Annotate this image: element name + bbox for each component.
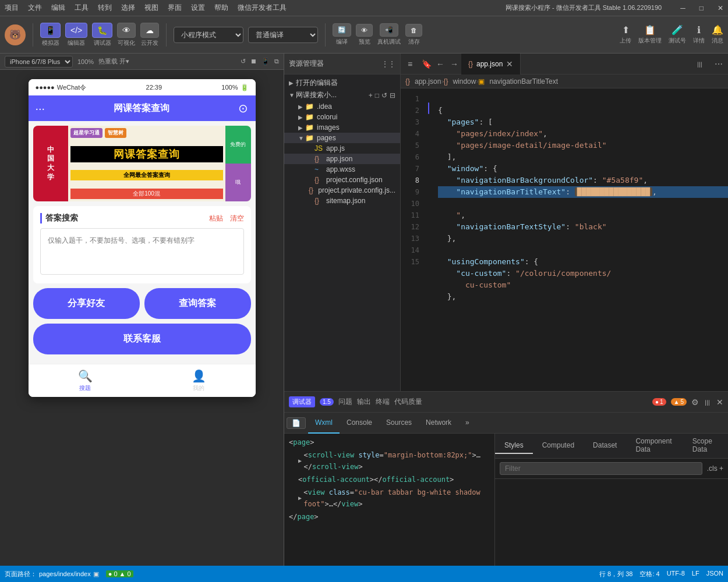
wxml-tab[interactable]: Wxml [308,413,340,434]
html-line-view[interactable]: ▶ <view class="cu-bar tabbar bg-white sh… [289,486,490,510]
message-icon: 🔔 [712,24,723,36]
menu-item-goto[interactable]: 转到 [98,3,112,13]
devtools-tab-codequality[interactable]: 代码质量 [394,397,422,407]
idea-folder[interactable]: ▶ 📁 .idea [284,101,400,112]
menu-item-help[interactable]: 帮助 [214,3,228,13]
cloud-btn[interactable]: ☁ [140,23,159,38]
paste-btn[interactable]: 粘贴 [209,214,223,223]
appjs-file[interactable]: JS app.js [284,143,400,154]
menu-item-tools[interactable]: 工具 [75,3,89,13]
dataset-tab[interactable]: Dataset [584,438,626,454]
more-tab-btn[interactable]: ⋯ [709,59,728,69]
nav-item-search[interactable]: 🔍 搜题 [29,369,142,392]
menu-item-file[interactable]: 文件 [28,3,42,13]
html-line-page[interactable]: <page> [289,436,490,449]
component-data-tab[interactable]: Component Data [626,434,683,458]
split-editor-btn[interactable]: ⫼ [691,59,709,69]
sitemap-file[interactable]: {} sitemap.json [284,196,400,206]
tab-more-btn[interactable]: ≡ [401,59,419,69]
phone-icon[interactable]: 📱 [261,58,270,65]
wxml-icon[interactable]: 📄 [288,418,304,428]
images-label: images [317,123,395,132]
copy-icon[interactable]: ⧉ [274,58,279,65]
colorui-folder[interactable]: ▶ 📁 colorui [284,112,400,122]
preview-btn[interactable]: 👁 [356,24,373,37]
project-section[interactable]: ▼ 网课搜索小... + □ ↺ ⊟ [284,89,400,101]
file-browser: 资源管理器 ⋮⋮ ▶ 打开的编辑器 ▼ 网课搜索小... [284,54,401,391]
right-panel: 资源管理器 ⋮⋮ ▶ 打开的编辑器 ▼ 网课搜索小... [284,54,728,566]
open-editors-section[interactable]: ▶ 打开的编辑器 [284,77,400,89]
sources-tab[interactable]: Sources [379,413,419,434]
visual-btn[interactable]: 👁 [117,23,136,38]
menu-item-settings[interactable]: 设置 [191,3,205,13]
sitemap-icon: {} [314,197,324,205]
devtools-split-icon[interactable]: ⫼ [704,398,712,407]
menu-item-ui[interactable]: 界面 [168,3,182,13]
devtools-settings-icon[interactable]: ⚙ [691,398,699,407]
tab-forward-btn[interactable]: → [447,59,461,69]
devtools-tab-terminal[interactable]: 终端 [376,397,390,407]
menu-item-view[interactable]: 视图 [144,3,158,13]
menu-item-wechat[interactable]: 微信开发者工具 [238,3,287,13]
html-line-scroll[interactable]: ▶ <scroll-view style="margin-bottom:82px… [289,449,490,473]
console-tab[interactable]: Console [340,413,379,434]
menu-item-edit[interactable]: 编辑 [51,3,65,13]
html-tag-scroll: <scroll-view style="margin-bottom:82px;"… [303,449,490,473]
new-file-btn[interactable]: + [369,91,373,100]
device-model-select[interactable]: iPhone 6/7/8 Plus [5,56,73,68]
styles-tab[interactable]: Styles [495,438,533,454]
editor-btn[interactable]: </> [65,23,87,38]
refresh-btn[interactable]: ↺ [381,91,387,100]
new-folder-btn[interactable]: □ [375,91,379,100]
html-line-official[interactable]: <official-account></official-account> [289,473,490,486]
project-config-file[interactable]: {} project.config.json [284,175,400,185]
appwxss-file[interactable]: ~ app.wxss [284,164,400,175]
devtools-tab-output[interactable]: 输出 [357,397,371,407]
code-area[interactable]: 1 2 3 4 5 6 7 8 9 10 11 12 13 14 [401,88,728,391]
debugger-btn[interactable]: 🐛 [92,23,112,38]
tab-close-btn[interactable]: ✕ [506,59,513,69]
app-json-tab[interactable]: {} app.json ✕ [461,54,521,74]
computed-tab[interactable]: Computed [533,438,584,454]
tab-bookmark-btn[interactable]: 🔖 [419,59,433,69]
nav-back-btn[interactable]: ··· [36,102,45,115]
clear-btn[interactable]: 清空 [230,214,244,223]
service-btn[interactable]: 联系客服 [33,324,251,354]
rotate-icon[interactable]: ↺ [241,58,246,65]
images-folder[interactable]: ▶ 📁 images [284,122,400,133]
code-content[interactable]: { "pages": [ "pages/index/index", "pages… [433,88,728,391]
real-machine-btn[interactable]: 📲 [380,23,398,37]
gutter [424,88,433,391]
compile-select[interactable]: 普通编译 [248,27,318,43]
cls-btn[interactable]: .cls + [707,464,723,473]
compile-btn[interactable]: 🔄 [333,23,351,37]
search-input[interactable] [40,228,244,275]
html-line-page-close[interactable]: </page> [289,510,490,523]
hotreload-toggle[interactable]: 热重载 开▾ [98,57,129,66]
maximize-btn[interactable]: □ [699,4,704,12]
scope-data-tab[interactable]: Scope Data [683,434,728,458]
minimize-btn[interactable]: ─ [680,4,685,12]
nav-item-profile[interactable]: 👤 我的 [142,369,256,392]
share-btn[interactable]: 分享好友 [33,288,140,319]
menu-item-select[interactable]: 选择 [121,3,135,13]
tab-back-btn[interactable]: ← [433,59,447,69]
stop-icon[interactable]: ⏹ [250,58,257,65]
mode-select[interactable]: 小程序模式 [174,27,243,43]
appjson-file[interactable]: {} app.json [284,154,400,164]
close-btn[interactable]: ✕ [718,4,723,12]
more-tabs[interactable]: » [458,413,476,434]
simulator-btn[interactable]: 📱 [40,23,61,38]
new-file-icon[interactable]: ⋮⋮ [381,60,395,68]
filter-input[interactable] [500,462,702,475]
query-btn[interactable]: 查询答案 [144,288,251,319]
devtools-tab-issues[interactable]: 问题 [338,397,352,407]
network-tab[interactable]: Network [419,413,458,434]
devtools-close-icon[interactable]: ✕ [716,398,723,407]
project-private-file[interactable]: {} project.private.config.js... [284,185,400,196]
collapse-btn[interactable]: ⊟ [390,91,395,100]
menu-item-project[interactable]: 项目 [5,3,19,13]
clear-cache-btn[interactable]: 🗑 [405,24,422,37]
nav-more-btn[interactable]: ⊙ [238,101,248,115]
pages-folder[interactable]: ▼ 📁 pages [284,133,400,143]
